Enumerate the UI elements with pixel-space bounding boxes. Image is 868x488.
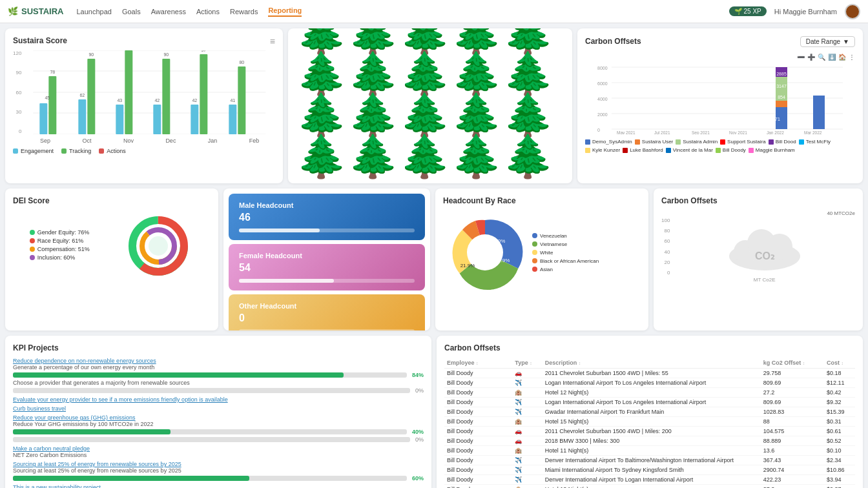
- home-icon[interactable]: 🏠: [838, 54, 846, 61]
- asian-dot: [532, 267, 537, 272]
- x-feb: Feb: [249, 137, 260, 144]
- row3: KPI Projects Reduce dependence on non-re…: [5, 336, 863, 488]
- maggie-label: Maggie Burnham: [756, 147, 795, 153]
- offset-employee: Bill Doody: [444, 378, 512, 388]
- venezuelan-label: Venezuelan: [540, 233, 567, 239]
- kpi-pct-4: 40%: [412, 429, 424, 435]
- kpi-project-1-sub2: Choose a provider that generates a major…: [13, 380, 424, 386]
- kpi-project-2-link[interactable]: Evaluate your energy provider to see if …: [13, 396, 424, 403]
- offset-type: 🚗: [512, 369, 542, 378]
- svg-rect-46: [776, 101, 787, 107]
- plus-icon[interactable]: ➕: [807, 54, 815, 61]
- co2-y-60: 60: [661, 238, 670, 244]
- user-avatar: [845, 4, 860, 19]
- logo-text: SUSTAIRA: [21, 6, 63, 16]
- female-progress-bar: [239, 279, 415, 283]
- bar-chart-area: 45 78 62 90 43 101: [24, 50, 275, 144]
- carbon-co2-card: Carbon Offsets 40 MTCO2e 100 80 60 40 20…: [654, 188, 863, 330]
- nav-awareness[interactable]: Awareness: [151, 8, 186, 15]
- chevron-down-icon: ▼: [843, 38, 849, 45]
- date-range-label: Date Range: [806, 38, 840, 45]
- download-icon[interactable]: ⬇️: [828, 54, 836, 61]
- svg-text:6000: 6000: [597, 81, 608, 86]
- svg-rect-21: [191, 105, 199, 134]
- female-headcount-label: Female Headcount: [239, 252, 415, 259]
- legend-test-mcfly: Test McFly: [799, 139, 831, 145]
- sustaira-user-label: Sustaira User: [642, 139, 673, 145]
- svg-text:2885: 2885: [776, 72, 787, 76]
- nav-goals[interactable]: Goals: [122, 8, 141, 15]
- kpi-project-5-link[interactable]: Make a carbon neutral pledge: [13, 445, 424, 452]
- race-dot: [30, 238, 35, 243]
- legend-tracking: Tracking: [61, 148, 91, 154]
- gender-label: Gender Equity: 76%: [37, 229, 90, 236]
- kpi-project-3-link[interactable]: Curb business travel: [13, 405, 424, 412]
- kpi-project-3: Curb business travel: [13, 405, 424, 412]
- black-legend: Black or African American: [532, 258, 599, 264]
- offset-desc: Hotel 12 Night(s): [542, 388, 761, 398]
- svg-rect-5: [40, 103, 48, 134]
- actions-label: Actions: [107, 148, 126, 154]
- demo-sysadmin-label: Demo_SysAdmin: [592, 139, 632, 145]
- kpi-progress-bg-1: [13, 372, 407, 378]
- nav-launchpad[interactable]: Launchpad: [76, 8, 111, 15]
- offset-employee: Bill Doody: [444, 465, 512, 475]
- offset-desc: Denver International Airport To Logan In…: [542, 475, 761, 485]
- dei-gender: Gender Equity: 76%: [30, 229, 90, 236]
- headcount-race-title: Headcount By Race: [443, 196, 641, 205]
- svg-text:101: 101: [125, 50, 133, 51]
- kg-header: kg Co2 Offset ↕: [761, 358, 824, 369]
- svg-rect-53: [813, 96, 825, 129]
- score-legend: Engagement Tracking Actions: [13, 148, 275, 154]
- svg-text:Mar 2022: Mar 2022: [804, 130, 822, 134]
- offset-cost: $10.86: [824, 465, 855, 475]
- headcount-race-card: Headcount By Race 27.0% 40.9%: [435, 188, 648, 330]
- offset-desc: 2018 BMW 3300 | Miles: 300: [542, 436, 761, 446]
- offset-employee: Bill Doody: [444, 436, 512, 446]
- carbon-offsets-top-title: Carbon Offsets: [585, 37, 641, 46]
- kpi-project-6-link[interactable]: Sourcing at least 25% of energy from ren…: [13, 461, 424, 467]
- svg-text:Nov 2021: Nov 2021: [729, 130, 747, 134]
- co2-visual: CO₂: [674, 218, 855, 276]
- kpi-project-7-link[interactable]: This is a new sustainability project: [13, 484, 424, 488]
- svg-rect-10: [88, 59, 96, 134]
- offset-cost: $0.52: [824, 436, 855, 446]
- minus-icon[interactable]: ➖: [797, 54, 805, 61]
- svg-text:Sep 2021: Sep 2021: [692, 130, 710, 134]
- race-legend: Venezuelan Vietnamese White Black or Afr…: [532, 233, 599, 272]
- nav-items: Launchpad Goals Awareness Actions Reward…: [76, 6, 302, 17]
- co2-subtitle: 40 MTCO2e: [661, 210, 855, 216]
- svg-rect-25: [229, 105, 237, 134]
- headcount-bars: Male Headcount 46 Female Headcount 54 Ot…: [229, 194, 425, 330]
- offset-table: Employee ↕ Type ↕ Description ↕ kg Co2 O…: [444, 358, 855, 488]
- carbon-toolbar: ➖ ➕ 🔍 ⬇️ 🏠 ⋮: [585, 54, 855, 61]
- menu-dots-icon[interactable]: ⋮: [849, 54, 855, 61]
- user-greeting: Hi Maggie Burnham: [774, 8, 837, 15]
- svg-text:78: 78: [50, 70, 56, 74]
- tracking-dot: [61, 148, 67, 154]
- support-dot: [720, 139, 725, 145]
- leaf-icon: 🌿: [8, 6, 18, 16]
- donut-wrapper: Gender Equity: 76% Race Equity: 61% Comp…: [13, 210, 211, 281]
- search-icon[interactable]: 🔍: [818, 54, 825, 61]
- svg-text:1671: 1671: [770, 117, 780, 121]
- row2: DEI Score Gender Equity: 76% Race Equity…: [5, 188, 863, 330]
- svg-rect-17: [154, 105, 161, 134]
- svg-rect-14: [125, 50, 133, 134]
- kpi-project-4-link[interactable]: Reduce your greenhouse gas (GHG) emissio…: [13, 414, 424, 421]
- date-range-select[interactable]: Date Range ▼: [800, 36, 855, 47]
- menu-icon[interactable]: ≡: [270, 36, 275, 46]
- offset-desc: 2011 Chevrolet Suburban 1500 4WD | Miles…: [542, 369, 761, 378]
- nav-rewards[interactable]: Rewards: [230, 8, 258, 15]
- dei-title: DEI Score: [13, 196, 211, 205]
- offset-type: ✈️: [512, 378, 542, 388]
- vincent-dot: [666, 148, 671, 153]
- offset-employee: Bill Doody: [444, 369, 512, 378]
- nav-reporting[interactable]: Reporting: [268, 6, 302, 17]
- offset-table-wrapper[interactable]: Employee ↕ Type ↕ Description ↕ kg Co2 O…: [444, 358, 855, 488]
- legend-luke: Luke Bashford: [623, 147, 663, 153]
- nav-actions[interactable]: Actions: [196, 8, 220, 15]
- kpi-project-1-link[interactable]: Reduce dependence on non-renewable energ…: [13, 358, 424, 364]
- svg-text:41: 41: [231, 98, 236, 103]
- legend-kyle: Kyle Kunzer: [585, 147, 620, 153]
